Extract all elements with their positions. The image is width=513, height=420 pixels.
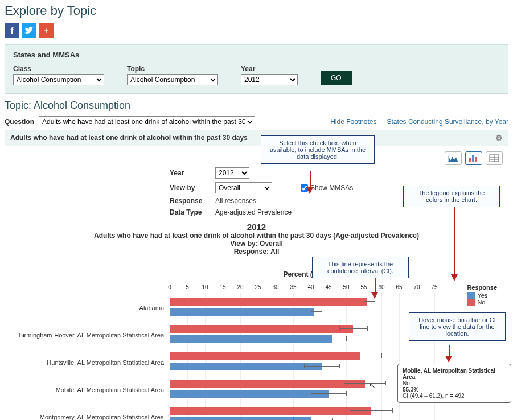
class-select[interactable]: Alcohol Consumption xyxy=(13,74,104,85)
chart-legend: Response Yes No xyxy=(467,284,497,306)
x-tick: 70 xyxy=(413,284,420,290)
chart-title: Adults who have had at least one drink o… xyxy=(10,232,503,240)
x-tick: 25 xyxy=(255,284,261,290)
question-label: Question xyxy=(5,118,34,126)
chart-response: Response: All xyxy=(10,248,503,256)
ci-line[interactable] xyxy=(304,366,339,367)
category-label: Alabama xyxy=(10,304,164,311)
x-tick: 20 xyxy=(237,284,243,290)
chart-row: Alabama xyxy=(170,295,434,320)
chart-row: Huntsville, AL Metropolitan Statistical … xyxy=(170,350,434,375)
filter-panel: States and MMSAs Class Alcohol Consumpti… xyxy=(5,44,508,94)
show-mmsas-label: Show MMSAs xyxy=(310,184,353,192)
svg-rect-2 xyxy=(475,157,477,162)
bar-yes[interactable] xyxy=(170,363,322,370)
year-select[interactable]: 2012 xyxy=(241,74,298,85)
x-tick: 30 xyxy=(272,284,278,290)
x-tick: 55 xyxy=(360,284,367,290)
bar-no[interactable] xyxy=(170,380,365,388)
inner-year-select[interactable]: 2012 xyxy=(215,167,249,179)
tooltip-response: No xyxy=(403,380,506,386)
gear-icon[interactable]: ⚙ xyxy=(495,133,503,142)
chart-title-block: 2012 Adults who have had at least one dr… xyxy=(10,222,503,256)
ci-line[interactable] xyxy=(311,311,322,312)
view-toolbar xyxy=(445,151,503,165)
bar-no[interactable] xyxy=(170,407,371,415)
x-tick: 5 xyxy=(186,284,189,290)
inner-viewby-label: View by xyxy=(170,184,215,192)
callout-mmsa: Select this check box, when available, t… xyxy=(261,135,375,164)
question-select[interactable]: Adults who have had at least one drink o… xyxy=(39,116,255,127)
chart-header-text: Adults who have had at least one drink o… xyxy=(10,134,248,142)
share-row: f + xyxy=(5,23,508,38)
bar-yes[interactable] xyxy=(170,308,314,316)
ci-line[interactable] xyxy=(339,328,368,329)
inner-response-value: All responses xyxy=(215,197,256,205)
ci-line[interactable] xyxy=(343,356,381,356)
chart-row: Birmingham-Hoover, AL Metropolitan Stati… xyxy=(170,323,434,348)
bar-no[interactable] xyxy=(170,352,360,360)
tooltip-location: Mobile, AL Metropolitan Statistical Area xyxy=(403,368,506,380)
ci-line[interactable] xyxy=(350,410,392,411)
chart-view-button[interactable] xyxy=(465,151,482,165)
x-tick: 75 xyxy=(431,284,437,290)
chart-tooltip: Mobile, AL Metropolitan Statistical Area… xyxy=(397,364,511,403)
class-label: Class xyxy=(13,65,104,73)
x-tick: 40 xyxy=(307,284,314,290)
bar-yes[interactable] xyxy=(170,417,311,420)
hide-footnotes-link[interactable]: Hide Footnotes xyxy=(330,118,376,126)
legend-no: No xyxy=(477,299,485,306)
chart-panel: Select this check box, when available, t… xyxy=(5,146,508,420)
twitter-share-button[interactable] xyxy=(22,23,36,38)
x-tick: 65 xyxy=(396,284,402,290)
inner-viewby-select[interactable]: Overall xyxy=(215,182,272,193)
x-tick: 45 xyxy=(325,284,331,290)
year-label: Year xyxy=(241,65,298,73)
callout-ci: This line represents the confidence inte… xyxy=(312,257,409,278)
topic-select[interactable]: Alcohol Consumption xyxy=(127,74,218,85)
chart-year: 2012 xyxy=(10,222,503,232)
x-tick: 15 xyxy=(219,284,225,290)
x-tick: 10 xyxy=(202,284,208,290)
topic-label: Topic xyxy=(127,65,218,73)
tooltip-value: 55.3% xyxy=(403,386,506,393)
category-label: Birmingham-Hoover, AL Metropolitan Stati… xyxy=(10,332,164,339)
x-tick: 60 xyxy=(378,284,384,290)
legend-yes: Yes xyxy=(477,292,487,299)
states-surveillance-link[interactable]: States Conducting Surveillance, by Year xyxy=(387,118,508,126)
inner-datatype-value: Age-adjusted Prevalence xyxy=(215,208,292,216)
callout-hover: Hover mouse on a bar or CI line to view … xyxy=(409,312,506,341)
addthis-share-button[interactable]: + xyxy=(39,23,54,38)
facebook-share-button[interactable]: f xyxy=(5,23,19,38)
bar-no[interactable] xyxy=(170,325,353,333)
legend-title: Response xyxy=(467,284,497,291)
bar-no[interactable] xyxy=(170,298,367,306)
ci-line[interactable] xyxy=(364,301,375,302)
svg-rect-0 xyxy=(469,158,471,162)
inner-datatype-label: Data Type xyxy=(170,208,215,216)
inner-response-label: Response xyxy=(170,197,215,205)
table-view-button[interactable] xyxy=(486,151,503,165)
go-button[interactable]: GO xyxy=(321,71,352,85)
chart-plot: 051015202530354045505560657075 AlabamaBi… xyxy=(170,284,434,420)
x-tick: 50 xyxy=(343,284,349,290)
bar-yes[interactable] xyxy=(170,335,332,343)
ci-line[interactable] xyxy=(344,383,385,384)
ci-line[interactable] xyxy=(318,339,346,339)
topic-title: Topic: Alcohol Consumption xyxy=(5,100,508,112)
cursor-icon: ↖ xyxy=(369,381,376,390)
map-view-button[interactable] xyxy=(445,151,462,165)
callout-legend: The legend explains the colors in the ch… xyxy=(403,186,500,207)
bar-yes[interactable] xyxy=(170,390,329,398)
x-tick: 35 xyxy=(290,284,296,290)
inner-year-label: Year xyxy=(170,169,215,177)
ci-line[interactable] xyxy=(311,393,346,394)
filter-panel-title: States and MMSAs xyxy=(13,51,500,59)
category-label: Mobile, AL Metropolitan Statistical Area xyxy=(10,386,164,393)
x-tick: 0 xyxy=(168,284,171,290)
chart-header-bar: Adults who have had at least one drink o… xyxy=(5,130,508,146)
chart-row: Montgomery, AL Metropolitan Statistical … xyxy=(170,405,434,420)
chart-viewby: View by: Overall xyxy=(10,240,503,248)
category-label: Huntsville, AL Metropolitan Statistical … xyxy=(10,359,164,366)
svg-rect-1 xyxy=(472,155,474,162)
